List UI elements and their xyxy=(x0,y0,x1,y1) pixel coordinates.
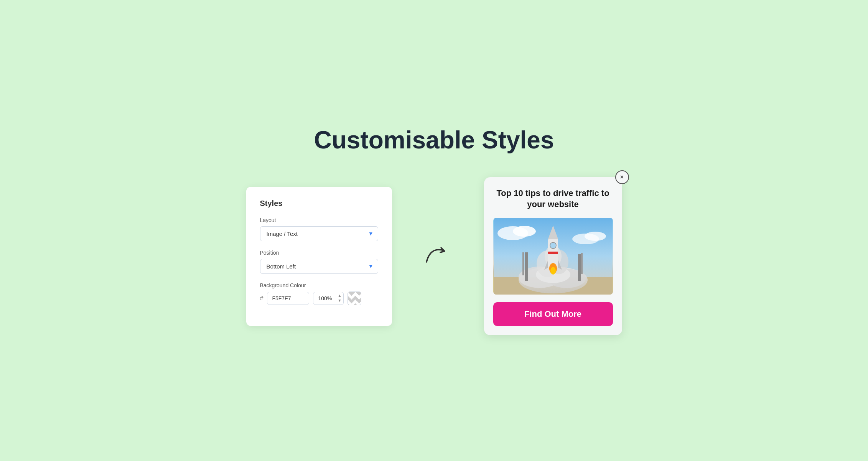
svg-point-2 xyxy=(513,226,536,237)
styles-panel: Styles Layout Image / Text Text Only Ima… xyxy=(246,187,392,326)
card-image xyxy=(493,218,613,295)
styles-panel-title: Styles xyxy=(260,199,378,208)
page-title: Customisable Styles xyxy=(314,126,554,154)
svg-rect-15 xyxy=(578,254,581,281)
bg-colour-label: Background Colour xyxy=(260,282,378,288)
svg-point-23 xyxy=(550,267,556,275)
arrow-icon xyxy=(423,241,453,272)
layout-select[interactable]: Image / Text Text Only Image Only xyxy=(260,226,378,241)
svg-point-19 xyxy=(550,242,556,249)
preview-card: × Top 10 tips to drive traffic to your w… xyxy=(484,177,622,335)
close-button[interactable]: × xyxy=(615,170,629,184)
bg-colour-field-group: Background Colour # ▲ ▼ xyxy=(260,282,378,305)
layout-select-wrapper: Image / Text Text Only Image Only ▼ xyxy=(260,226,378,241)
position-field-group: Position Bottom Left Bottom Right Top Le… xyxy=(260,250,378,274)
opacity-wrapper: ▲ ▼ xyxy=(313,292,344,305)
opacity-spinners: ▲ ▼ xyxy=(337,293,343,303)
svg-rect-13 xyxy=(525,252,528,281)
position-select[interactable]: Bottom Left Bottom Right Top Left Top Ri… xyxy=(260,259,378,274)
position-label: Position xyxy=(260,250,378,256)
colour-swatch[interactable] xyxy=(348,291,361,305)
svg-rect-24 xyxy=(548,252,558,254)
hash-symbol: # xyxy=(260,295,264,302)
svg-rect-16 xyxy=(581,253,583,274)
layout-field-group: Layout Image / Text Text Only Image Only… xyxy=(260,217,378,241)
position-select-wrapper: Bottom Left Bottom Right Top Left Top Ri… xyxy=(260,259,378,274)
card-title: Top 10 tips to drive traffic to your web… xyxy=(493,188,613,210)
cta-button[interactable]: Find Out More xyxy=(493,302,613,326)
main-content: Styles Layout Image / Text Text Only Ima… xyxy=(246,177,622,335)
svg-rect-14 xyxy=(522,252,524,275)
layout-label: Layout xyxy=(260,217,378,223)
svg-point-4 xyxy=(585,232,606,241)
bg-colour-input[interactable] xyxy=(267,292,309,305)
opacity-increment-button[interactable]: ▲ xyxy=(337,293,343,298)
colour-row: # ▲ ▼ xyxy=(260,291,378,305)
opacity-decrement-button[interactable]: ▼ xyxy=(337,298,343,303)
